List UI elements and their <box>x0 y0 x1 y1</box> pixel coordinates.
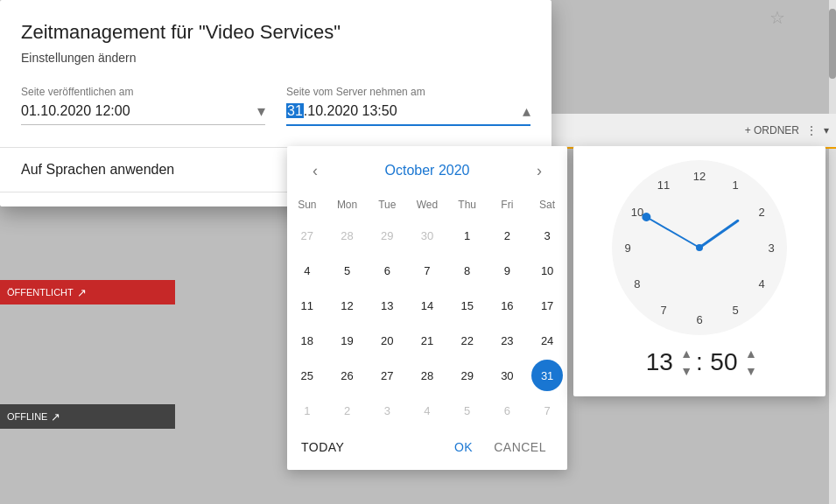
clock-number-7: 7 <box>655 301 672 318</box>
calendar-footer: TODAY OK CANCEL <box>287 428 567 470</box>
calendar-day[interactable]: 7 <box>531 395 563 426</box>
star-icon[interactable]: ☆ <box>769 7 785 28</box>
minute-stepper: ▲ ▼ <box>745 346 757 379</box>
calendar-prev-button[interactable]: ‹ <box>301 157 329 185</box>
calendar-day[interactable]: 3 <box>531 220 563 251</box>
calendar-day[interactable]: 11 <box>292 290 323 321</box>
field-publish-arrow-icon[interactable]: ▾ <box>257 102 265 121</box>
calendar-day[interactable]: 24 <box>531 325 563 356</box>
calendar-day[interactable]: 12 <box>332 290 363 321</box>
more-options-icon[interactable]: ⋮ <box>806 124 817 136</box>
calendar-day[interactable]: 22 <box>452 325 483 356</box>
calendar-day[interactable]: 1 <box>452 220 483 251</box>
calendar-day[interactable]: 4 <box>292 255 323 286</box>
calendar-day[interactable]: 7 <box>411 255 443 286</box>
calendar-day[interactable]: 14 <box>411 290 443 321</box>
calendar-ok-button[interactable]: OK <box>447 435 480 459</box>
scrollbar-thumb[interactable] <box>829 9 836 79</box>
clock-number-6: 6 <box>691 311 708 328</box>
status-link-icon[interactable]: ↗ <box>77 286 87 299</box>
calendar-week-row: 45678910 <box>287 253 567 288</box>
status-offline-link-icon[interactable]: ↗ <box>51 410 60 424</box>
calendar-day[interactable]: 23 <box>491 325 523 356</box>
hour-up-button[interactable]: ▲ <box>680 346 692 361</box>
calendar-day-cell: 17 <box>527 288 567 323</box>
calendar-week-row: 18192021222324 <box>287 323 567 358</box>
expand-icon[interactable]: ▾ <box>824 124 829 136</box>
calendar-day[interactable]: 16 <box>491 290 523 321</box>
clock-number-1: 1 <box>727 177 744 194</box>
calendar-month-label: October 2020 <box>385 163 470 178</box>
calendar-next-button[interactable]: › <box>525 157 553 185</box>
calendar-day-cell: 13 <box>367 288 407 323</box>
calendar-day[interactable]: 17 <box>531 290 563 321</box>
calendar-day[interactable]: 8 <box>452 255 483 286</box>
calendar-day[interactable]: 29 <box>371 220 403 251</box>
calendar-day[interactable]: 28 <box>332 220 363 251</box>
calendar-day-cell: 24 <box>527 323 567 358</box>
calendar-day-cell: 2 <box>488 218 528 253</box>
clock-number-4: 4 <box>753 275 770 292</box>
dialog-title: Zeitmanagement für "Video Services" <box>21 21 530 44</box>
minute-up-button[interactable]: ▲ <box>745 346 757 361</box>
calendar-day[interactable]: 25 <box>292 360 323 391</box>
weekday-wed: Wed <box>407 195 447 218</box>
calendar-day[interactable]: 28 <box>411 360 443 391</box>
calendar-day-cell: 4 <box>407 393 447 428</box>
calendar-day-cell: 11 <box>287 288 327 323</box>
field-publish-input[interactable]: 01.10.2020 12:00 ▾ <box>21 102 265 125</box>
calendar-day[interactable]: 1 <box>292 395 323 426</box>
calendar-day-cell: 20 <box>367 323 407 358</box>
field-remove-value-highlight: 31 <box>286 103 304 118</box>
calendar-day-cell: 29 <box>367 218 407 253</box>
calendar-day[interactable]: 21 <box>411 325 443 356</box>
calendar-day-cell: 7 <box>527 393 567 428</box>
calendar-day-cell: 28 <box>407 358 447 393</box>
calendar-day[interactable]: 2 <box>332 395 363 426</box>
clock-number-8: 8 <box>629 275 646 292</box>
scrollbar[interactable] <box>829 0 836 504</box>
calendar-day[interactable]: 30 <box>411 220 443 251</box>
calendar-day[interactable]: 3 <box>371 395 403 426</box>
calendar-day-cell: 18 <box>287 323 327 358</box>
calendar-day[interactable]: 26 <box>332 360 363 391</box>
dialog-subtitle: Einstellungen ändern <box>21 51 530 65</box>
calendar-day[interactable]: 5 <box>452 395 483 426</box>
field-publish-value: 01.10.2020 12:00 <box>21 103 257 119</box>
calendar-day[interactable]: 27 <box>292 220 323 251</box>
calendar-day[interactable]: 6 <box>491 395 523 426</box>
calendar-day-cell: 1 <box>287 393 327 428</box>
calendar-week-row: 1234567 <box>287 393 567 428</box>
calendar-day[interactable]: 2 <box>491 220 523 251</box>
calendar-day-cell: 19 <box>327 323 368 358</box>
calendar-day[interactable]: 20 <box>371 325 403 356</box>
calendar-day-cell: 30 <box>407 218 447 253</box>
calendar-day[interactable]: 4 <box>411 395 443 426</box>
calendar-day[interactable]: 18 <box>292 325 323 356</box>
calendar-day[interactable]: 19 <box>332 325 363 356</box>
calendar-day[interactable]: 15 <box>452 290 483 321</box>
calendar-day[interactable]: 27 <box>371 360 403 391</box>
minute-down-button[interactable]: ▼ <box>745 363 757 379</box>
calendar-day[interactable]: 9 <box>491 255 523 286</box>
calendar-day[interactable]: 30 <box>491 360 523 391</box>
calendar-day[interactable]: 5 <box>332 255 363 286</box>
field-remove-input[interactable]: 31.10.2020 13:50 ▴ <box>286 102 530 126</box>
clock-number-9: 9 <box>619 239 636 256</box>
calendar-weekdays-row: Sun Mon Tue Wed Thu Fri Sat <box>287 195 567 218</box>
calendar-day[interactable]: 6 <box>371 255 403 286</box>
calendar-day-cell: 25 <box>287 358 327 393</box>
today-button[interactable]: TODAY <box>301 440 344 454</box>
calendar-cancel-button[interactable]: CANCEL <box>487 435 553 459</box>
add-folder-button[interactable]: + ORDNER <box>745 124 799 136</box>
calendar-day-cell: 27 <box>367 358 407 393</box>
clock-center-dot <box>696 244 703 251</box>
calendar-day[interactable]: 31 <box>531 360 563 391</box>
field-remove-arrow-icon[interactable]: ▴ <box>523 102 530 121</box>
calendar-day[interactable]: 13 <box>371 290 403 321</box>
calendar-day[interactable]: 10 <box>531 255 563 286</box>
hour-down-button[interactable]: ▼ <box>680 363 692 379</box>
calendar-day-cell: 10 <box>527 253 567 288</box>
calendar-day-cell: 21 <box>407 323 447 358</box>
calendar-day[interactable]: 29 <box>452 360 483 391</box>
